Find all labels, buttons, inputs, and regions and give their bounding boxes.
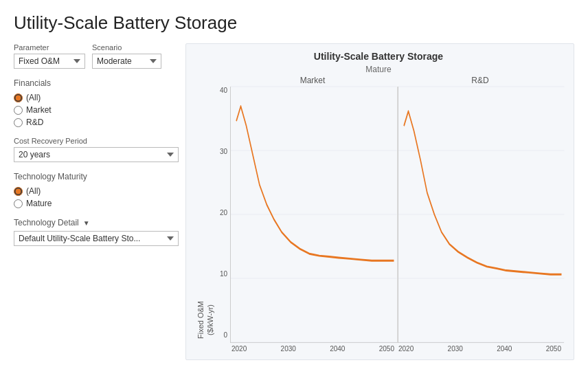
technology-detail-section: Technology Detail ▼ Default Utility-Scal… xyxy=(14,218,179,246)
parameter-select[interactable]: Fixed O&M Capital Cost Variable O&M xyxy=(14,54,85,69)
market-chart xyxy=(230,87,398,343)
financials-section: Financials (All) Market R&D xyxy=(14,78,179,127)
left-panel: Parameter Fixed O&M Capital Cost Variabl… xyxy=(14,43,179,360)
x-tick-market-2020: 2020 xyxy=(231,345,247,353)
financials-label: Financials xyxy=(14,78,179,88)
technology-detail-label: Technology Detail xyxy=(14,218,79,227)
x-tick-rd-2050: 2050 xyxy=(546,345,561,353)
y-tick-0: 0 xyxy=(223,331,227,339)
financials-all-option[interactable]: (All) xyxy=(14,93,179,102)
y-tick-40: 40 xyxy=(220,87,227,94)
chart-panel: Utility-Scale Battery Storage Mature Mar… xyxy=(185,43,574,360)
technology-maturity-section: Technology Maturity (All) Mature xyxy=(14,172,179,208)
technology-detail-header: Technology Detail ▼ xyxy=(14,218,179,227)
x-tick-rd-2020: 2020 xyxy=(398,345,414,353)
maturity-mature-radio[interactable] xyxy=(14,199,23,208)
technology-detail-select[interactable]: Default Utility-Scale Battery Sto... xyxy=(14,231,179,246)
x-tick-market-2050: 2050 xyxy=(379,345,394,353)
cost-recovery-select[interactable]: 5 years 10 years 20 years 30 years xyxy=(14,147,179,162)
scenario-select[interactable]: Conservative Moderate Advanced xyxy=(92,54,161,69)
rd-chart-svg xyxy=(398,87,565,342)
technology-maturity-label: Technology Maturity xyxy=(14,172,179,181)
scenario-field-group: Scenario Conservative Moderate Advanced xyxy=(92,43,161,69)
y-axis-title: Fixed O&M ($/kW-yr) xyxy=(196,301,216,339)
rd-chart xyxy=(398,87,565,343)
chart-title: Utility-Scale Battery Storage xyxy=(193,51,564,62)
maturity-mature-option[interactable]: Mature xyxy=(14,199,179,208)
financials-rd-option[interactable]: R&D xyxy=(14,118,179,127)
maturity-mature-label: Mature xyxy=(26,199,52,208)
financials-rd-radio[interactable] xyxy=(14,118,23,127)
scenario-label: Scenario xyxy=(92,43,161,52)
maturity-all-label: (All) xyxy=(26,186,41,196)
financials-all-radio[interactable] xyxy=(14,93,23,102)
y-tick-20: 20 xyxy=(220,209,227,216)
maturity-all-radio[interactable] xyxy=(14,187,23,196)
cost-recovery-label: Cost Recovery Period xyxy=(14,137,179,145)
parameter-scenario-row: Parameter Fixed O&M Capital Cost Variabl… xyxy=(14,43,179,69)
parameter-field-group: Parameter Fixed O&M Capital Cost Variabl… xyxy=(14,43,85,69)
financials-market-option[interactable]: Market xyxy=(14,105,179,115)
market-col-label: Market xyxy=(229,76,396,85)
y-tick-30: 30 xyxy=(220,148,227,155)
x-tick-market-2030: 2030 xyxy=(281,345,296,353)
page-title: Utility-Scale Battery Storage xyxy=(14,12,574,34)
financials-market-radio[interactable] xyxy=(14,106,23,115)
maturity-all-option[interactable]: (All) xyxy=(14,186,179,196)
financials-rd-label: R&D xyxy=(26,118,43,127)
x-tick-rd-2030: 2030 xyxy=(448,345,463,353)
financials-market-label: Market xyxy=(26,105,52,115)
y-tick-10: 10 xyxy=(220,270,227,278)
triangle-icon: ▼ xyxy=(83,219,90,227)
mature-label: Mature xyxy=(193,65,564,74)
cost-recovery-field-group: Cost Recovery Period 5 years 10 years 20… xyxy=(14,137,179,162)
x-tick-rd-2040: 2040 xyxy=(497,345,512,353)
x-tick-market-2040: 2040 xyxy=(330,345,345,353)
parameter-label: Parameter xyxy=(14,43,85,52)
technology-maturity-radio-group: (All) Mature xyxy=(14,186,179,208)
market-chart-svg xyxy=(231,87,397,342)
financials-radio-group: (All) Market R&D xyxy=(14,93,179,127)
rd-col-label: R&D xyxy=(396,76,564,85)
financials-all-label: (All) xyxy=(26,93,41,102)
